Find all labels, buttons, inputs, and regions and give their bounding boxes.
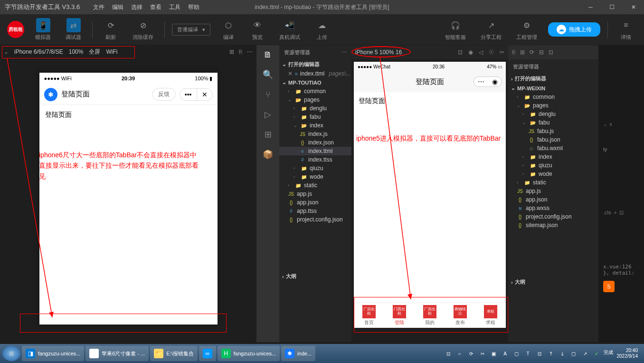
r-file-project-config[interactable]: {}project.config.json: [508, 212, 598, 221]
layout-icon[interactable]: ⊞: [520, 49, 525, 56]
outline-header[interactable]: ›大纲: [279, 271, 351, 281]
cut-icon[interactable]: ✂: [500, 49, 504, 56]
feedback-button[interactable]: 反馈: [152, 88, 176, 101]
fullscreen-toggle[interactable]: 全屏: [89, 48, 100, 56]
more-icon[interactable]: ⋯: [474, 77, 488, 86]
file-app-ttss[interactable]: #app.ttss: [279, 207, 351, 215]
folder-qiuzu[interactable]: ›📁qiuzu: [279, 164, 351, 172]
r-file-sitemap[interactable]: {}sitemap.json: [508, 221, 598, 229]
menu-help[interactable]: 帮助: [184, 3, 203, 11]
snapshot-icon[interactable]: ⎘: [239, 48, 242, 55]
project-header[interactable]: ⌄MP-TOUTIAO: [279, 78, 351, 87]
r-file-fabu-json[interactable]: {}fabu.json: [508, 135, 598, 144]
menu-view[interactable]: 查看: [146, 3, 165, 11]
tree-icon[interactable]: ⊡: [549, 49, 553, 56]
file-index-ttml[interactable]: ≡index.ttml: [279, 147, 351, 155]
package-icon[interactable]: 📦: [262, 149, 274, 160]
right-project-header[interactable]: ⌄MP-WEIXIN: [508, 84, 598, 93]
task-folder[interactable]: 📁E:\报错集合: [150, 346, 197, 361]
r-folder-pages[interactable]: ⌄📂pages: [508, 101, 598, 110]
debug-icon[interactable]: ▷: [262, 109, 274, 120]
task-devtool[interactable]: ✱inde...: [281, 346, 315, 361]
refresh-button[interactable]: ⟳刷新: [100, 16, 122, 43]
clock[interactable]: 20:402022/9/14: [617, 348, 642, 359]
extensions-icon[interactable]: ⊞: [262, 129, 274, 140]
refresh-icon[interactable]: ⟳: [530, 49, 534, 56]
r-file-app-wxss[interactable]: ≋app.wxss: [508, 204, 598, 212]
folder-fabu[interactable]: ›📁fabu: [279, 113, 351, 121]
maximize-button[interactable]: ☐: [601, 0, 623, 14]
r-file-app-js[interactable]: JSapp.js: [508, 187, 598, 195]
task-app1[interactable]: ∞: [199, 346, 216, 361]
tab-home[interactable]: 厂房出租首页: [354, 303, 384, 328]
menu-select[interactable]: 选择: [127, 3, 146, 11]
remote-debug-button[interactable]: 📲真机调试: [275, 16, 304, 43]
compile-button[interactable]: ⬡编译: [218, 16, 239, 43]
menu-tools[interactable]: 工具: [165, 3, 184, 11]
r-folder-qiuzu[interactable]: ›📁qiuzu: [508, 161, 598, 170]
more-icon[interactable]: •••: [180, 89, 197, 100]
task-hbuilder[interactable]: Hfangzuzu-unices...: [218, 346, 280, 361]
file-app-json[interactable]: {}app.json: [279, 198, 351, 207]
file-index-ttss[interactable]: #index.ttss: [279, 155, 351, 164]
r-folder-common[interactable]: ›📁common: [508, 93, 598, 101]
r-folder-static[interactable]: ›📁static: [508, 178, 598, 187]
r-folder-wode[interactable]: ›📁wode: [508, 170, 598, 178]
close-icon[interactable]: ✕: [197, 89, 212, 100]
drag-upload-button[interactable]: ☁拖拽上传: [548, 22, 600, 37]
menu-icon[interactable]: ⋯: [247, 48, 253, 55]
ai-service-button[interactable]: 🎧智能客服: [441, 16, 470, 43]
details-button[interactable]: ≡详情: [615, 16, 637, 43]
menu-file[interactable]: 文件: [89, 3, 108, 11]
engineering-button[interactable]: ⚙工程管理: [512, 16, 541, 43]
device-select[interactable]: iPhone 6/6s/7/8/SE: [14, 48, 63, 55]
r-file-fabu-js[interactable]: JSfabu.js: [508, 127, 598, 135]
folder-wode[interactable]: ›📁wode: [279, 172, 351, 181]
start-button[interactable]: ⊞: [2, 346, 20, 361]
right-outline-header[interactable]: ›大纲: [508, 277, 598, 287]
collapse-icon[interactable]: ⊟: [539, 49, 544, 56]
r-folder-fabu[interactable]: ⌄📂fabu: [508, 118, 598, 127]
clear-cache-button[interactable]: ⊘清除缓存: [129, 16, 157, 43]
more-icon[interactable]: ⋯: [341, 49, 347, 56]
tab-mine[interactable]: 厂房出租我的: [415, 303, 445, 328]
target-icon[interactable]: ◉: [488, 77, 502, 86]
r-file-fabu-wxml[interactable]: ◇fabu.wxml: [508, 144, 598, 153]
r-folder-denglu[interactable]: ›📁denglu: [508, 110, 598, 118]
right-device-select[interactable]: iPhone 5 100% 16: [355, 49, 402, 56]
folder-pages[interactable]: ⌄📂pages: [279, 96, 351, 104]
file-app-js[interactable]: JSapp.js: [279, 190, 351, 198]
right-phone-simulator[interactable]: ●●●●● WeChat 20:36 47% ▭ 登陆页面 ⋯ ◉ 登陆页面 厂…: [354, 62, 506, 328]
tab-publish[interactable]: 商铺转让发布: [445, 303, 475, 328]
minimize-button[interactable]: ─: [580, 0, 601, 14]
file-project-config[interactable]: {}project.config.json: [279, 215, 351, 224]
record-icon[interactable]: ◉: [468, 49, 473, 56]
upload-button[interactable]: ☁上传: [311, 16, 333, 43]
r-file-app-json[interactable]: {}app.json: [508, 195, 598, 204]
phone-simulator[interactable]: ●●●●● WiFi 20:39 100% ▮ ✱ 登陆页面 反馈 ••• ✕ …: [39, 73, 218, 325]
back-icon[interactable]: ◁: [479, 49, 483, 56]
task-vscode[interactable]: ◨fangzuzu-unices...: [22, 346, 84, 361]
share-button[interactable]: ↗分享工程: [477, 16, 505, 43]
chevron-down-icon[interactable]: ⌄: [4, 48, 9, 55]
home-icon[interactable]: ☉: [489, 49, 494, 56]
tray-icon[interactable]: ⊡: [444, 349, 453, 358]
open-file-item[interactable]: ✕≡index.ttmlpages\...: [279, 69, 351, 78]
right-open-editors[interactable]: ›打开的编辑器: [508, 74, 598, 84]
debugger-button[interactable]: ⇄调试器: [62, 16, 85, 43]
screenshot-icon[interactable]: ⊡: [458, 49, 463, 56]
tab-seek[interactable]: 求租求租: [475, 303, 506, 328]
file-index-js[interactable]: JSindex.js: [279, 130, 351, 138]
compile-mode[interactable]: 普通编译 ▾: [172, 24, 210, 36]
zoom-select[interactable]: 100%: [69, 48, 84, 55]
task-chrome[interactable]: ◉苹果6尺寸像素 - ...: [85, 346, 149, 361]
simulator-button[interactable]: 📱模拟器: [31, 16, 55, 43]
folder-common[interactable]: ›📁common: [279, 87, 351, 96]
search-icon[interactable]: 🔍: [262, 69, 274, 80]
preview-button[interactable]: 👁预览: [246, 16, 268, 43]
file-index-json[interactable]: {}index.json: [279, 138, 351, 147]
folder-index[interactable]: ⌄📂index: [279, 121, 351, 130]
tab-login[interactable]: 门面出租登陆: [384, 303, 415, 328]
rotate-icon[interactable]: ⊞: [229, 48, 234, 55]
open-editors-header[interactable]: ⌄打开的编辑器: [279, 59, 351, 69]
